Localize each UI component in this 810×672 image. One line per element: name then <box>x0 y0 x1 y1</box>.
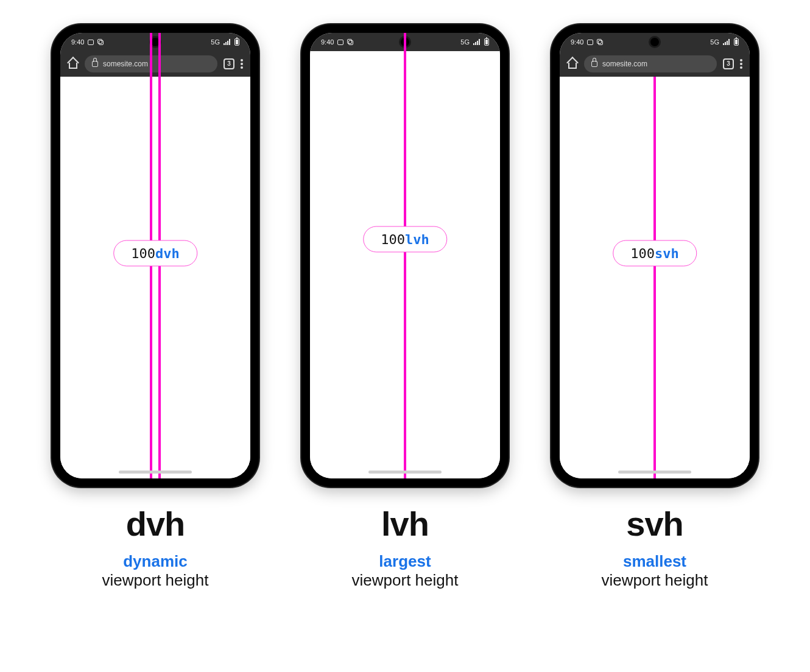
caption-description: viewport height <box>102 571 209 590</box>
home-icon[interactable] <box>567 59 578 69</box>
size-label-pill: 100dvh <box>113 240 197 267</box>
caption-description: viewport height <box>602 571 708 590</box>
browser-chrome-bar: somesite.com 3 <box>560 51 750 77</box>
camera-cutout <box>650 38 659 46</box>
signal-icon <box>473 39 481 45</box>
page-viewport: 100dvh <box>60 77 250 478</box>
overflow-menu-icon[interactable] <box>241 59 243 69</box>
caption: lvh largest viewport height <box>352 504 459 590</box>
size-label-pill: 100svh <box>613 240 697 267</box>
home-icon[interactable] <box>68 59 79 69</box>
battery-icon <box>734 38 739 46</box>
overflow-menu-icon[interactable] <box>740 59 742 69</box>
height-indicator-line <box>653 77 656 478</box>
diagram-row: 9:40 5G somesite.com <box>37 24 773 590</box>
phone-screen: 9:40 5G somesite.com <box>60 33 250 478</box>
caption-title: svh <box>602 504 708 544</box>
status-time: 9:40 <box>321 38 334 46</box>
gesture-nav-handle <box>368 471 442 474</box>
notification-icon-2 <box>347 39 353 45</box>
caption-keyword: dynamic <box>102 552 209 571</box>
phone-frame: 9:40 5G somesite.com <box>52 24 259 487</box>
caption-keyword: largest <box>352 552 459 571</box>
page-viewport: 100lvh <box>310 51 500 478</box>
battery-icon <box>234 38 239 46</box>
phone-col-lvh: 9:40 5G 100lvh <box>289 24 521 590</box>
height-indicator-line <box>404 33 406 478</box>
status-bar: 9:40 5G <box>60 33 250 51</box>
caption: svh smallest viewport height <box>602 504 708 590</box>
size-unit: lvh <box>405 231 429 247</box>
size-label-pill: 100lvh <box>363 226 447 252</box>
notification-icon-2 <box>97 39 104 45</box>
url-text: somesite.com <box>602 60 647 68</box>
network-label: 5G <box>211 38 220 46</box>
caption-title: dvh <box>102 504 209 544</box>
signal-icon <box>224 39 231 45</box>
phone-col-svh: 9:40 5G somesite.com <box>539 24 770 590</box>
url-bar[interactable]: somesite.com <box>584 55 717 72</box>
phone-frame: 9:40 5G 100lvh <box>301 24 509 487</box>
size-value: 100 <box>131 246 155 261</box>
network-label: 5G <box>460 38 470 46</box>
caption: dvh dynamic viewport height <box>102 504 209 590</box>
size-value: 100 <box>630 246 655 261</box>
status-time: 9:40 <box>571 38 583 46</box>
signal-icon <box>723 39 730 45</box>
caption-description: viewport height <box>352 571 459 590</box>
tab-count-button[interactable]: 3 <box>224 58 234 69</box>
phone-frame: 9:40 5G somesite.com <box>551 24 758 487</box>
notification-icon <box>88 40 94 45</box>
caption-keyword: smallest <box>602 552 708 571</box>
network-label: 5G <box>710 38 719 46</box>
lock-icon <box>591 61 597 67</box>
notification-icon-2 <box>597 39 603 45</box>
gesture-nav-handle <box>618 471 691 474</box>
notification-icon <box>587 40 593 45</box>
phone-col-dvh: 9:40 5G somesite.com <box>40 24 271 590</box>
battery-icon <box>484 38 489 46</box>
lock-icon <box>92 61 98 67</box>
size-unit: dvh <box>155 246 180 261</box>
url-text: somesite.com <box>103 60 148 68</box>
caption-title: lvh <box>352 504 459 544</box>
size-value: 100 <box>381 231 405 247</box>
phone-screen: 9:40 5G 100lvh <box>310 33 500 478</box>
browser-chrome-bar: somesite.com 3 <box>60 51 250 77</box>
phone-screen: 9:40 5G somesite.com <box>560 33 750 478</box>
status-time: 9:40 <box>71 38 84 46</box>
size-unit: svh <box>655 246 679 261</box>
gesture-nav-handle <box>119 471 192 474</box>
notification-icon <box>337 40 343 45</box>
status-bar: 9:40 5G <box>560 33 750 51</box>
page-viewport: 100svh <box>560 77 750 478</box>
tab-count-button[interactable]: 3 <box>723 58 734 69</box>
